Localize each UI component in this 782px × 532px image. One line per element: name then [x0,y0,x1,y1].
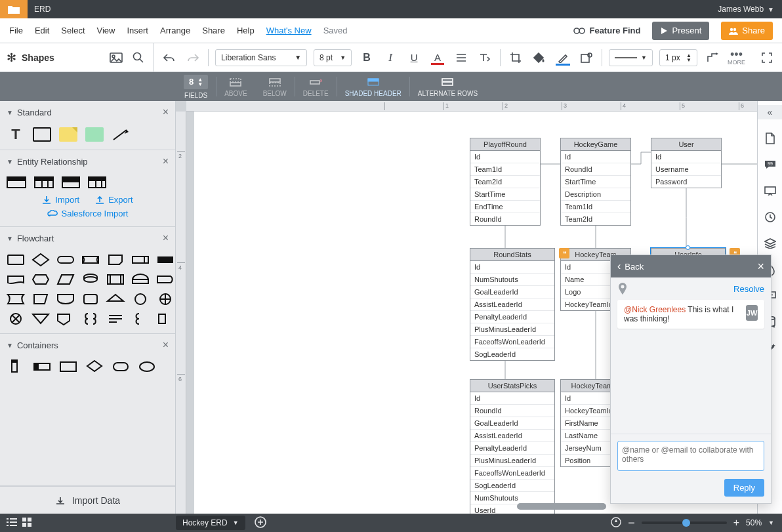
align-button[interactable] [453,49,470,66]
section-flowchart[interactable]: Flowchart [17,234,54,243]
table-row[interactable]: EndTime [470,201,540,213]
table-header[interactable]: RoundStats [470,249,554,261]
alternate-rows[interactable]: ALTERNATE ROWS [410,72,485,101]
flowchart-shape[interactable] [31,273,50,286]
er-table-2-shape[interactable] [62,176,80,188]
flowchart-shape[interactable] [31,312,50,325]
table-row[interactable]: PlusMinusLeaderId [470,455,554,467]
reply-button[interactable]: Reply [724,479,764,497]
flowchart-shape[interactable] [131,293,150,306]
menu-arrange[interactable]: Arrange [160,26,190,35]
collapse-right-dock[interactable]: « [758,105,782,119]
flowchart-shape[interactable] [131,273,150,286]
table-row[interactable]: Description [561,188,630,201]
table-row[interactable]: PenaltyLeaderId [470,442,554,455]
menu-edit[interactable]: Edit [35,26,49,35]
layers-icon[interactable] [763,236,777,251]
er-import[interactable]: Import [42,195,79,205]
flowchart-shape[interactable] [131,253,150,266]
erd-table-userstatspicks[interactable]: UserStatsPicksIdRoundIdGoalLeaderIdAssis… [470,379,555,514]
block-shape[interactable] [85,127,104,142]
close-icon[interactable]: × [163,232,169,244]
fields-stepper[interactable]: 8▲▼ FIELDS [176,72,216,101]
er-table-cols2-shape[interactable] [88,176,106,188]
menu-help[interactable]: Help [237,26,255,35]
table-row[interactable]: PlusMinusLeaderId [470,323,554,336]
flowchart-shape[interactable] [31,253,50,266]
text-rotate-button[interactable] [476,49,493,66]
zoom-value[interactable]: 50% [746,518,762,527]
table-row[interactable]: RoundId [470,405,554,417]
table-row[interactable]: AssistLeaderId [470,298,554,311]
table-row[interactable]: Id [470,261,554,274]
zoom-slider[interactable] [642,522,727,524]
table-row[interactable]: FaceoffsWonLeaderId [470,467,554,480]
fill-button[interactable] [531,49,548,66]
table-row[interactable]: AssistLeaderId [470,430,554,442]
table-row[interactable]: Username [651,163,721,176]
er-table-shape[interactable] [7,176,26,188]
flowchart-shape[interactable] [7,253,25,266]
container-shape[interactable] [7,360,25,373]
flowchart-shape[interactable] [81,312,100,325]
section-standard[interactable]: Standard [17,108,52,117]
table-row[interactable]: Team1Id [561,201,630,213]
fullscreen-button[interactable] [758,49,775,66]
table-row[interactable]: Id [470,151,540,163]
table-row[interactable]: FaceoffsWonLeaderId [470,336,554,348]
zoom-out[interactable]: − [628,516,635,530]
italic-button[interactable]: I [382,49,399,66]
table-header[interactable]: User [651,138,721,151]
container-shape[interactable] [112,360,130,373]
text-color-button[interactable]: A [429,49,446,66]
rect-shape[interactable] [33,127,51,142]
line-style-select[interactable]: ▼ [609,49,653,66]
flowchart-shape[interactable] [31,293,50,306]
table-header[interactable]: UserStatsPicks [470,380,554,392]
close-comment-panel[interactable]: × [757,260,764,274]
present-button[interactable]: Present [652,22,709,40]
feature-find[interactable]: Feature Find [573,26,640,35]
search-icon[interactable] [130,49,147,66]
comment-input[interactable] [617,441,764,471]
shaded-header[interactable]: SHADED HEADER [337,72,409,101]
insert-above[interactable]: ABOVE [216,72,255,101]
line-route-button[interactable] [704,49,721,66]
user-menu[interactable]: James Webb ▼ [710,5,782,14]
flowchart-shape[interactable] [81,293,100,306]
horizontal-scrollbar[interactable] [366,503,757,510]
font-select[interactable]: Liberation Sans▼ [215,49,307,66]
table-row[interactable]: StartTime [561,176,630,188]
page-icon[interactable] [763,131,777,146]
close-icon[interactable]: × [163,106,169,118]
table-header[interactable]: HockeyGame [561,138,630,151]
table-row[interactable]: GoalLeaderId [470,417,554,430]
add-page-button[interactable] [255,516,266,530]
er-table-cols-shape[interactable] [34,176,54,188]
menu-file[interactable]: File [9,26,23,35]
underline-button[interactable]: U [405,49,422,66]
table-row[interactable]: RoundId [470,213,540,225]
table-row[interactable]: GoalLeaderId [470,286,554,298]
flowchart-shape[interactable] [156,312,175,325]
table-row[interactable]: Team2Id [561,213,630,225]
import-data[interactable]: Import Data [0,486,175,514]
table-row[interactable]: PenaltyLeaderId [470,311,554,323]
flowchart-shape[interactable] [131,312,150,325]
container-shape[interactable] [85,360,104,373]
shape-options-button[interactable] [578,49,595,66]
history-icon[interactable] [763,210,777,224]
undo-button[interactable] [161,49,178,66]
close-icon[interactable]: × [163,155,169,167]
comment-dock-icon[interactable]: 99 [763,157,777,172]
flowchart-shape[interactable] [7,293,25,306]
menu-whats-new[interactable]: What's New [266,26,312,35]
flowchart-shape[interactable] [106,293,125,306]
er-export[interactable]: Export [95,195,133,205]
font-size-select[interactable]: 8 pt▼ [314,49,352,66]
erd-table-roundstats[interactable]: RoundStatsIdNumShutoutsGoalLeaderIdAssis… [470,248,555,361]
redo-button[interactable] [184,49,201,66]
line-width-select[interactable]: 1 px▲▼ [659,49,697,66]
presentation-icon[interactable] [763,184,777,198]
list-view-icon[interactable] [7,518,17,528]
